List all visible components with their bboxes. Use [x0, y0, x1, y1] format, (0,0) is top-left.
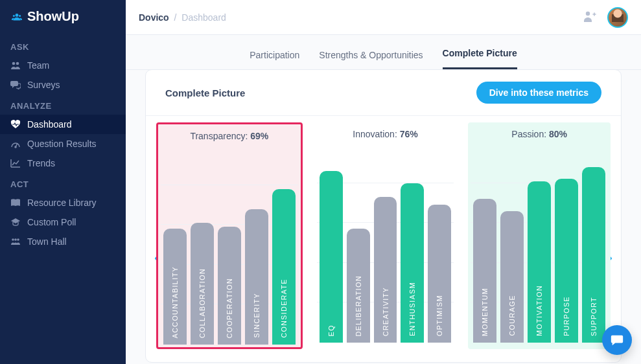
bar-motivation[interactable]: MOTIVATION	[528, 181, 551, 343]
chart-area: MOMENTUMCOURAGEMOTIVATIONPURPOSESUPPORT	[471, 143, 608, 343]
tab-complete-picture[interactable]: Complete Picture	[443, 48, 517, 69]
chart-group-innovation: Innovation: 76%EQDELIBERATIONCREATIVITYE…	[314, 122, 457, 349]
breadcrumb: Dovico / Dashboard	[139, 12, 226, 23]
sidebar-item-dashboard[interactable]: Dashboard	[0, 115, 126, 134]
bar-label: EQ	[327, 324, 335, 336]
sidebar-item-label: Resource Library	[27, 198, 97, 208]
sidebar-item-label: Surveys	[27, 80, 60, 90]
breadcrumb-current: Dashboard	[181, 12, 226, 23]
bar-label: PURPOSE	[563, 296, 570, 336]
app-name: ShowUp	[27, 9, 79, 24]
svg-point-8	[17, 238, 19, 241]
bar-label: SINCERITY	[253, 293, 261, 338]
chat-icon	[10, 80, 21, 90]
sidebar-item-question-results[interactable]: Question Results	[0, 134, 126, 154]
sidebar-item-label: Trends	[27, 158, 55, 168]
bar-label: COURAGE	[508, 295, 516, 336]
dive-metrics-button[interactable]: Dive into these metrics	[476, 82, 601, 104]
sidebar-item-label: Town Hall	[27, 236, 67, 247]
complete-picture-card: Complete Picture Dive into these metrics…	[145, 69, 622, 363]
sidebar-item-resource-library[interactable]: Resource Library	[0, 193, 126, 212]
users-icon	[10, 60, 21, 71]
svg-point-1	[13, 14, 15, 16]
sidebar-item-label: Custom Poll	[27, 217, 76, 227]
bar-label: ENTHUSIASM	[408, 282, 416, 336]
tab-participation[interactable]: Participation	[250, 50, 299, 69]
bar-creativity[interactable]: CREATIVITY	[374, 197, 397, 343]
bar-label: DELIBERATION	[355, 275, 362, 336]
chart-area: ACCOUNTABILITYCOLLABORATIONCOOPERATIONSI…	[161, 145, 298, 345]
sidebar-section-title: ASK	[0, 36, 126, 56]
chart-group-passion: Passion: 80%MOMENTUMCOURAGEMOTIVATIONPUR…	[468, 122, 611, 349]
chart-area: EQDELIBERATIONCREATIVITYENTHUSIASMOPTIMI…	[317, 143, 454, 343]
bar-label: MOTIVATION	[535, 285, 543, 336]
svg-point-7	[14, 238, 17, 241]
chart-group-title: Innovation: 76%	[317, 129, 454, 139]
heart-icon	[10, 119, 21, 130]
svg-point-0	[16, 14, 19, 17]
svg-point-6	[12, 238, 14, 241]
bar-momentum[interactable]: MOMENTUM	[473, 199, 496, 343]
bar-considerate[interactable]: CONSIDERATE	[272, 189, 296, 345]
chart-group-title: Passion: 80%	[471, 129, 608, 139]
book-icon	[10, 198, 21, 208]
cap-icon	[10, 217, 21, 227]
dial-icon	[10, 139, 21, 149]
chart-group-transparency: Transparency: 69%ACCOUNTABILITYCOLLABORA…	[156, 122, 303, 349]
bar-label: COOPERATION	[226, 278, 233, 338]
sidebar-item-town-hall[interactable]: Town Hall	[0, 232, 126, 251]
crowd-icon	[10, 236, 21, 247]
bar-label: ACCOUNTABILITY	[171, 266, 179, 338]
add-user-icon[interactable]	[583, 10, 597, 25]
svg-point-5	[15, 146, 16, 148]
sidebar-item-trends[interactable]: Trends	[0, 154, 126, 173]
svg-point-3	[12, 62, 16, 65]
main: Dovico / Dashboard ParticipationStrength…	[126, 0, 641, 364]
sidebar: ShowUp ASKTeamSurveysANALYZEDashboardQue…	[0, 0, 126, 364]
bar-enthusiasm[interactable]: ENTHUSIASM	[401, 183, 424, 343]
sidebar-item-surveys[interactable]: Surveys	[0, 75, 126, 95]
users-icon	[12, 12, 22, 22]
svg-point-9	[586, 11, 590, 15]
svg-point-4	[16, 62, 19, 65]
app-logo: ShowUp	[0, 0, 126, 36]
sidebar-item-label: Question Results	[27, 139, 97, 149]
bar-label: MOMENTUM	[481, 288, 489, 336]
svg-point-2	[19, 14, 21, 16]
bar-label: CREATIVITY	[382, 287, 390, 336]
topbar: Dovico / Dashboard	[126, 0, 641, 35]
sidebar-section-title: ACT	[0, 173, 126, 193]
bar-eq[interactable]: EQ	[320, 171, 343, 343]
chat-bubble-icon[interactable]	[602, 325, 632, 355]
bar-deliberation[interactable]: DELIBERATION	[347, 229, 370, 343]
chart-group-title: Transparency: 69%	[161, 131, 298, 141]
bar-label: SUPPORT	[590, 297, 598, 336]
sidebar-item-label: Dashboard	[27, 119, 72, 130]
avatar[interactable]	[607, 7, 628, 28]
card-title: Complete Picture	[165, 87, 245, 98]
sidebar-item-label: Team	[27, 60, 49, 71]
trend-icon	[10, 158, 21, 168]
bar-optimism[interactable]: OPTIMISM	[428, 205, 451, 343]
bar-sincerity[interactable]: SINCERITY	[245, 209, 268, 345]
bar-support[interactable]: SUPPORT	[582, 167, 605, 343]
sidebar-section-title: ANALYZE	[0, 95, 126, 115]
breadcrumb-root[interactable]: Dovico	[139, 12, 169, 23]
sidebar-item-team[interactable]: Team	[0, 56, 126, 75]
bar-purpose[interactable]: PURPOSE	[555, 179, 578, 343]
tabs: ParticipationStrengths & OpportunitiesCo…	[126, 35, 641, 70]
bar-cooperation[interactable]: COOPERATION	[218, 227, 241, 345]
bar-label: CONSIDERATE	[280, 279, 288, 338]
bar-collaboration[interactable]: COLLABORATION	[191, 223, 214, 345]
sidebar-item-custom-poll[interactable]: Custom Poll	[0, 212, 126, 232]
breadcrumb-separator: /	[174, 12, 177, 23]
bar-label: COLLABORATION	[198, 268, 206, 338]
tab-strengths-opportunities[interactable]: Strengths & Opportunities	[319, 50, 423, 69]
bar-courage[interactable]: COURAGE	[500, 211, 524, 343]
bar-label: OPTIMISM	[436, 295, 443, 336]
bar-accountability[interactable]: ACCOUNTABILITY	[163, 229, 187, 345]
